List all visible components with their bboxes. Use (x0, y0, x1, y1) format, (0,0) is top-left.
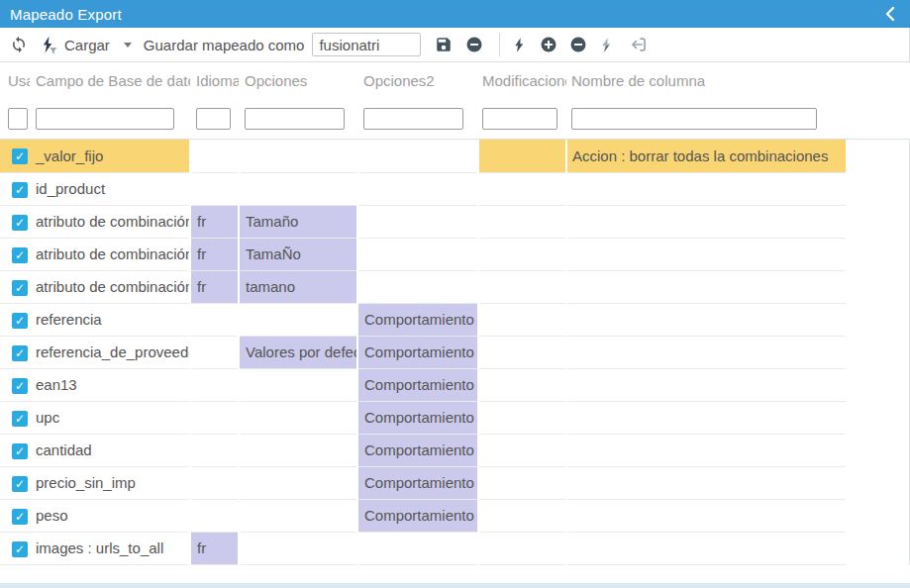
cell-opciones2[interactable]: Comportamiento p (357, 336, 478, 368)
cell-opciones[interactable]: TamaÑo (239, 238, 357, 270)
load-mapping-button[interactable]: Cargar (40, 36, 110, 54)
cell-opciones2[interactable] (357, 270, 478, 303)
cell-modificaciones[interactable] (478, 172, 566, 205)
cell-modificaciones[interactable] (478, 532, 566, 564)
cell-opciones2[interactable] (357, 238, 478, 270)
cell-campo[interactable]: atributo de combinación (30, 270, 190, 303)
cell-modificaciones[interactable] (478, 140, 566, 172)
cell-idioma[interactable] (190, 140, 239, 172)
cell-modificaciones[interactable] (478, 499, 566, 532)
cell-nombre[interactable]: Accion : borrar todas la combinaciones (566, 140, 847, 172)
filter-input-opciones2[interactable] (363, 108, 463, 130)
cell-idioma[interactable] (190, 466, 239, 499)
cell-idioma[interactable] (190, 303, 239, 336)
cell-opciones2[interactable]: Comportamiento p (357, 401, 478, 434)
cell-nombre[interactable] (566, 466, 847, 499)
remove-row-button[interactable] (569, 36, 587, 53)
filter-input-nombre[interactable] (571, 108, 817, 130)
cell-nombre[interactable] (566, 205, 847, 238)
cell-opciones[interactable]: Valores por defecto (239, 336, 357, 368)
cell-idioma[interactable] (190, 401, 239, 434)
row-checkbox[interactable]: ✓ (12, 148, 28, 164)
cell-modificaciones[interactable] (478, 238, 566, 270)
cell-idioma[interactable] (190, 336, 239, 368)
cell-nombre[interactable] (566, 532, 847, 564)
row-checkbox[interactable]: ✓ (12, 476, 28, 492)
cell-opciones[interactable] (239, 499, 357, 532)
cell-opciones[interactable] (239, 172, 357, 205)
row-checkbox[interactable]: ✓ (12, 345, 28, 361)
cell-opciones2[interactable]: Comportamiento p (357, 303, 478, 336)
cell-opciones[interactable] (239, 303, 357, 336)
cell-idioma[interactable]: fr (190, 238, 239, 270)
cell-campo[interactable]: images : urls_to_all (30, 532, 190, 564)
filter-input-opciones[interactable] (245, 108, 345, 130)
filter-input-campo[interactable] (36, 108, 174, 130)
row-checkbox[interactable]: ✓ (12, 313, 28, 329)
cell-modificaciones[interactable] (478, 368, 566, 401)
cell-opciones[interactable] (239, 532, 357, 564)
chevron-left-icon[interactable] (882, 5, 898, 23)
row-checkbox[interactable]: ✓ (12, 509, 28, 525)
cell-opciones[interactable]: Tamaño (239, 205, 357, 238)
filter-input-idioma[interactable] (196, 108, 231, 130)
run-partial-button[interactable] (599, 36, 615, 54)
cell-opciones2[interactable] (357, 172, 478, 205)
cell-campo[interactable]: upc (30, 401, 190, 434)
caret-down-icon[interactable] (124, 43, 132, 48)
cell-modificaciones[interactable] (478, 434, 566, 466)
row-checkbox[interactable]: ✓ (12, 182, 28, 198)
mapping-name-input[interactable] (312, 33, 421, 56)
cell-modificaciones[interactable] (478, 270, 566, 303)
filter-input-usa[interactable] (8, 108, 28, 130)
cell-opciones2[interactable]: Comportamiento p (357, 434, 478, 466)
run-all-button[interactable] (512, 36, 528, 54)
cell-nombre[interactable] (566, 434, 847, 466)
cell-opciones2[interactable] (357, 140, 478, 172)
cell-nombre[interactable] (566, 368, 847, 401)
cell-campo[interactable]: ean13 (30, 368, 190, 401)
cell-idioma[interactable] (190, 434, 239, 466)
back-button[interactable] (627, 35, 649, 54)
cell-opciones2[interactable]: Comportamiento p (357, 466, 478, 499)
row-checkbox[interactable]: ✓ (12, 215, 28, 231)
cell-idioma[interactable]: fr (190, 205, 239, 238)
cell-idioma[interactable] (190, 172, 239, 205)
cell-opciones[interactable] (239, 466, 357, 499)
cell-campo[interactable]: precio_sin_imp (30, 466, 190, 499)
row-checkbox[interactable]: ✓ (12, 280, 28, 296)
cell-campo[interactable]: cantidad (30, 434, 190, 466)
cell-campo[interactable]: peso (30, 499, 190, 532)
cell-nombre[interactable] (566, 499, 847, 532)
cell-nombre[interactable] (566, 238, 847, 270)
save-mapping-button[interactable] (435, 36, 453, 53)
row-checkbox[interactable]: ✓ (12, 541, 28, 557)
cell-campo[interactable]: referencia (30, 303, 190, 336)
cell-campo[interactable]: _valor_fijo (30, 140, 190, 172)
cell-nombre[interactable] (566, 401, 847, 434)
row-checkbox[interactable]: ✓ (12, 378, 28, 394)
cell-idioma[interactable]: fr (190, 270, 239, 303)
add-row-button[interactable] (540, 36, 557, 53)
cell-modificaciones[interactable] (478, 303, 566, 336)
filter-input-modificaciones[interactable] (482, 108, 557, 130)
cell-opciones[interactable] (239, 368, 357, 401)
cell-idioma[interactable] (190, 499, 239, 532)
cell-nombre[interactable] (566, 303, 847, 336)
cell-campo[interactable]: referencia_de_proveedor (30, 336, 190, 368)
cell-nombre[interactable] (566, 172, 847, 205)
cell-opciones2[interactable] (357, 532, 478, 564)
cell-opciones[interactable] (239, 140, 357, 172)
cell-campo[interactable]: id_product (30, 172, 190, 205)
cell-opciones2[interactable] (357, 205, 478, 238)
cell-modificaciones[interactable] (478, 205, 566, 238)
cell-opciones[interactable] (239, 434, 357, 466)
row-checkbox[interactable]: ✓ (12, 411, 28, 427)
cell-modificaciones[interactable] (478, 336, 566, 368)
refresh-button[interactable] (10, 36, 28, 53)
cell-idioma[interactable] (190, 368, 239, 401)
cell-opciones2[interactable]: Comportamiento p (357, 499, 478, 532)
cell-opciones2[interactable]: Comportamiento p (357, 368, 478, 401)
cell-opciones[interactable]: tamano (239, 270, 357, 303)
cell-nombre[interactable] (566, 270, 847, 303)
